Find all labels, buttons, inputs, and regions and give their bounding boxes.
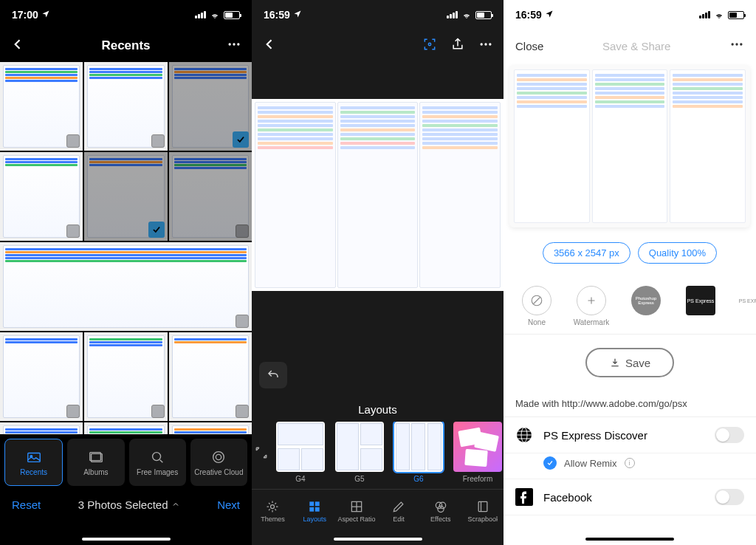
svg-point-1 [233, 43, 235, 45]
tab-label: Recents [20, 468, 47, 476]
share-discover[interactable]: PS Express Discover [504, 417, 756, 453]
watermark-psexpress-light[interactable]: PS EXPRESS [734, 286, 756, 326]
svg-point-9 [216, 454, 221, 459]
photo-thumb[interactable] [84, 422, 167, 434]
tab-free-images[interactable]: Free Images [129, 439, 186, 486]
home-indicator[interactable] [334, 538, 422, 541]
location-icon [545, 9, 554, 21]
photo-thumb[interactable] [0, 242, 252, 331]
layout-option-g5[interactable]: G5 [333, 422, 386, 483]
wifi-icon [461, 10, 472, 19]
layout-editor-pane: 16:59 Layouts G4 [252, 0, 504, 545]
tab-effects[interactable]: Effects [419, 490, 461, 532]
dimensions-pill[interactable]: 3566 x 2547 px [543, 242, 630, 264]
allow-remix-row[interactable]: Allow Remix i [504, 453, 756, 479]
tab-themes[interactable]: Themes [252, 490, 294, 532]
svg-point-26 [740, 43, 742, 45]
photo-thumb-selected[interactable] [84, 152, 167, 241]
status-time: 17:00 [12, 9, 38, 21]
svg-point-11 [481, 43, 483, 45]
tab-creative-cloud[interactable]: Creative Cloud [190, 439, 247, 486]
more-button[interactable] [729, 37, 744, 55]
status-bar: 16:59 [504, 0, 756, 30]
signal-icon [699, 11, 710, 18]
toggle-facebook[interactable] [715, 489, 744, 505]
tab-layouts[interactable]: Layouts [294, 490, 336, 532]
share-facebook[interactable]: Facebook [504, 479, 756, 515]
tab-edit[interactable]: Edit [377, 490, 419, 532]
wifi-icon [713, 10, 725, 19]
close-button[interactable]: Close [515, 40, 543, 52]
more-button[interactable] [478, 37, 493, 55]
svg-point-2 [237, 43, 239, 45]
signal-icon [195, 11, 206, 18]
save-share-pane: 16:59 Close Save & Share 3566 x 2547 px … [504, 0, 756, 545]
wifi-icon [209, 10, 221, 19]
tab-albums[interactable]: Albums [67, 439, 124, 486]
layout-option-freeform[interactable]: Freeform [451, 422, 504, 483]
collage-preview[interactable] [252, 99, 504, 291]
info-icon[interactable]: i [625, 458, 635, 468]
svg-point-24 [731, 43, 733, 45]
signal-icon [447, 11, 458, 18]
share-icon[interactable] [450, 37, 465, 55]
undo-button[interactable] [259, 362, 287, 388]
watermark-row[interactable]: None Watermark PhotoshopExpress PS Expre… [504, 278, 756, 335]
tab-label: Creative Cloud [194, 468, 243, 476]
selection-count[interactable]: 3 Photos Selected [78, 498, 180, 511]
svg-point-8 [213, 451, 224, 462]
reset-button[interactable]: Reset [12, 498, 41, 511]
photo-thumb[interactable] [0, 422, 83, 434]
tab-scrapbook[interactable]: Scrapbook [461, 490, 504, 532]
photo-thumb[interactable] [169, 332, 252, 421]
tab-aspect-ratio[interactable]: Aspect Ratio [336, 490, 378, 532]
photo-thumb[interactable] [0, 152, 83, 241]
battery-icon [728, 11, 744, 19]
watermark-add[interactable]: Watermark [570, 286, 613, 326]
watermark-none[interactable]: None [515, 286, 558, 326]
toggle-discover[interactable] [715, 427, 744, 443]
layout-option-g4[interactable]: G4 [274, 422, 327, 483]
quality-pill[interactable]: Quality 100% [638, 242, 717, 264]
layouts-title: Layouts [252, 397, 504, 422]
layout-option-g6[interactable]: G6 [392, 422, 445, 483]
editor-tabs: Themes Layouts Aspect Ratio Edit Effects… [252, 489, 504, 532]
crop-focus-icon[interactable] [422, 37, 437, 55]
photo-thumb[interactable] [0, 332, 83, 421]
status-time: 16:59 [264, 9, 290, 21]
nav-header [252, 30, 504, 62]
home-indicator[interactable] [82, 538, 171, 541]
save-button[interactable]: Save [585, 348, 674, 377]
tab-recents[interactable]: Recents [4, 439, 63, 486]
chevron-up-icon [171, 500, 180, 509]
photo-thumb-selected[interactable] [169, 62, 252, 151]
location-icon [41, 9, 50, 21]
photo-grid [0, 62, 252, 434]
expand-icon[interactable] [255, 422, 268, 483]
layouts-panel: Layouts G4 G5 G6 Freeform [252, 397, 504, 483]
battery-icon [475, 11, 492, 19]
more-button[interactable] [227, 37, 241, 55]
watermark-stamp[interactable]: PhotoshopExpress [625, 286, 667, 326]
footer-bar: Reset 3 Photos Selected Next [0, 486, 252, 523]
back-button[interactable] [262, 37, 277, 55]
photo-thumb[interactable] [84, 62, 167, 151]
svg-point-14 [271, 504, 275, 508]
watermark-psexpress-dark[interactable]: PS Express [679, 286, 722, 326]
made-with-text: Made with http://www.adobe.com/go/psx [504, 391, 756, 417]
status-bar: 17:00 [0, 0, 252, 30]
photo-thumb[interactable] [84, 332, 167, 421]
source-tabs: Recents Albums Free Images Creative Clou… [0, 434, 252, 486]
svg-rect-15 [310, 501, 315, 506]
save-share-title: Save & Share [602, 40, 671, 52]
check-icon [148, 222, 165, 238]
export-preview [509, 65, 750, 227]
home-indicator[interactable] [585, 538, 674, 541]
svg-rect-16 [315, 501, 320, 506]
next-button[interactable]: Next [217, 498, 240, 511]
back-button[interactable] [10, 37, 25, 55]
download-icon [609, 357, 621, 369]
photo-thumb-selected[interactable] [169, 152, 252, 241]
photo-thumb[interactable] [169, 422, 252, 434]
photo-thumb[interactable] [0, 62, 83, 151]
